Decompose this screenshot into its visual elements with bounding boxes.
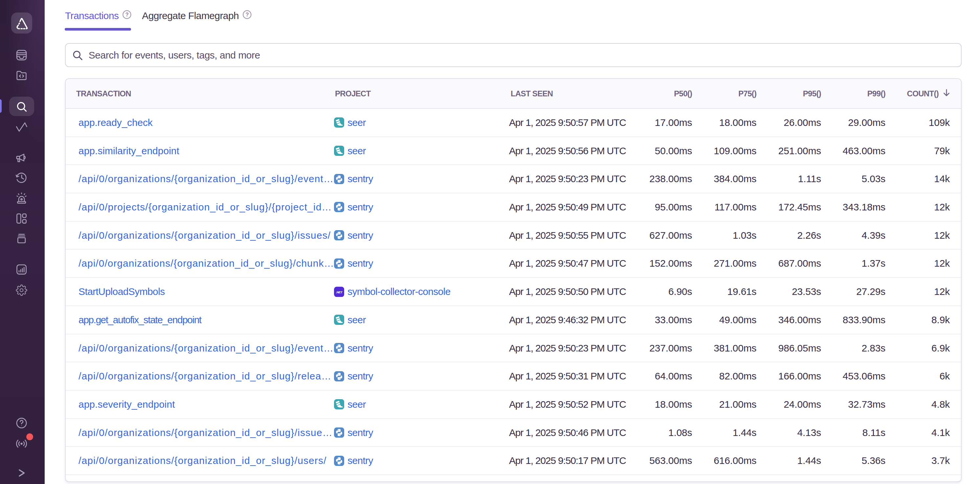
svg-text:?: ?: [246, 11, 248, 18]
svg-text:.NET: .NET: [336, 290, 342, 294]
svg-text:?: ?: [126, 11, 129, 18]
